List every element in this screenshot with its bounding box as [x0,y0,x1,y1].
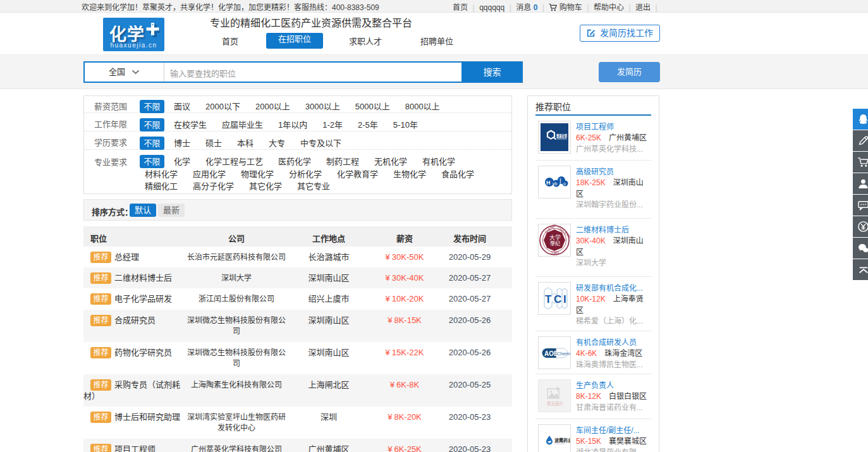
svg-text:Chem: Chem [557,351,571,357]
svg-text:o: o [563,181,566,186]
svg-text:·1983·: ·1983· [550,251,560,255]
svg-text:I: I [559,178,561,185]
svg-text:H: H [546,180,551,186]
svg-text:暂无图片: 暂无图片 [547,401,563,406]
svg-text:T: T [545,293,552,305]
svg-text:波鹰药业: 波鹰药业 [554,437,570,443]
svg-text:萃英化学: 萃英化学 [556,133,567,139]
svg-text:大学: 大学 [549,234,561,241]
svg-text:學纪: 學纪 [550,240,560,247]
svg-text:yb: yb [553,181,558,186]
svg-text:I: I [563,293,566,305]
svg-text:C: C [554,293,561,305]
